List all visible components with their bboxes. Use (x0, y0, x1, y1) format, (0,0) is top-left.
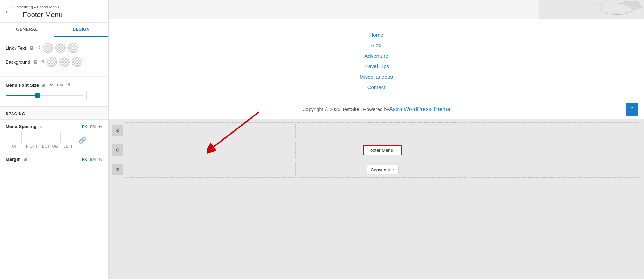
font-size-label-row: Menu Font Size 🖥 PX EM ↺ (6, 82, 103, 88)
background-reset-button[interactable]: ↺ (40, 59, 44, 65)
spacing-top-box: TOP (6, 132, 22, 148)
scroll-to-top-button[interactable]: ⌃ (626, 103, 638, 116)
menu-item-adventure[interactable]: Adventure (364, 51, 388, 61)
link-text-label: Link / Text (6, 45, 26, 51)
menu-item-travel-tips[interactable]: Travel Tips (363, 61, 389, 72)
margin-px-button[interactable]: PX (81, 157, 88, 162)
copyright-widget[interactable]: Copyright × (367, 165, 399, 174)
spacing-bottom-input[interactable] (42, 132, 58, 143)
builder-row3-cell-1[interactable] (125, 162, 296, 178)
builder-row1-cell-2[interactable] (297, 122, 468, 138)
spacing-title: SPACING (0, 106, 108, 120)
builder-row-3: ⚙ Copyright × (112, 160, 640, 179)
map-background (539, 0, 644, 19)
spacing-right-box: RIGHT (24, 132, 40, 148)
panel-content: Link / Text 🖥 ↺ Background 🖥 ↺ Menu Font… (0, 37, 108, 279)
tab-general[interactable]: GENERAL (0, 23, 54, 37)
menu-spacing-percent-button[interactable]: % (98, 124, 103, 129)
builder-row2-gear-button[interactable]: ⚙ (112, 144, 123, 156)
background-monitor-icon: 🖥 (33, 59, 38, 65)
link-text-section: Link / Text 🖥 ↺ Background 🖥 ↺ (0, 37, 108, 77)
background-color-swatch-2[interactable] (59, 57, 70, 67)
spacing-left-input[interactable] (60, 132, 76, 143)
menu-item-home[interactable]: Home (369, 30, 383, 40)
margin-em-button[interactable]: EM (89, 157, 97, 162)
spacing-left-label: LEFT (64, 144, 73, 148)
menu-spacing-px-button[interactable]: PX (81, 124, 88, 129)
spacing-section: SPACING Menu Spacing 🖥 PX EM % TOP (0, 106, 108, 165)
menu-item-blog[interactable]: Blog (371, 40, 381, 51)
builder-row3-cell-2[interactable]: Copyright × (297, 162, 468, 178)
footer-astra-link[interactable]: Astra WordPress Theme (389, 106, 450, 113)
menu-spacing-inputs: TOP RIGHT BOTTOM LEFT 🔗 (0, 132, 108, 152)
customizer-panel: ‹ Customizing ▸ Footer Menu Footer Menu … (0, 0, 109, 279)
builder-row2-cell-3[interactable] (470, 142, 640, 158)
panel-header: ‹ Customizing ▸ Footer Menu Footer Menu (0, 0, 108, 23)
font-size-monitor-icon: 🖥 (41, 83, 46, 88)
link-spacing-icon[interactable]: 🔗 (78, 136, 86, 144)
footer-menu-widget[interactable]: Footer Menu × (363, 145, 402, 155)
menu-spacing-em-button[interactable]: EM (89, 124, 97, 129)
spacing-right-input[interactable] (24, 132, 40, 143)
preview-menu-section: Home Blog Adventure Travel Tips Miscella… (109, 19, 644, 100)
builder-row1-cell-1[interactable] (125, 122, 296, 138)
preview-footer: Copyright © 2023 TestSite | Powered by A… (109, 100, 644, 119)
builder-row2-cell-2[interactable]: Footer Menu × (297, 142, 468, 158)
link-text-color-swatch-2[interactable] (55, 43, 66, 53)
tab-design[interactable]: DESIGN (54, 23, 109, 37)
spacing-top-input[interactable] (6, 132, 22, 143)
back-button[interactable]: ‹ (6, 9, 10, 15)
copyright-widget-label: Copyright (371, 167, 390, 172)
menu-spacing-monitor-icon: 🖥 (39, 124, 43, 129)
link-text-monitor-icon: 🖥 (29, 45, 34, 51)
spacing-bottom-box: BOTTOM (42, 132, 58, 148)
font-size-section: Menu Font Size 🖥 PX EM ↺ (0, 77, 108, 106)
margin-label: Margin (6, 157, 21, 162)
background-color-row: Background 🖥 ↺ (6, 57, 103, 67)
footer-menu-widget-label: Footer Menu (367, 148, 393, 153)
builder-row2-cell-1[interactable] (125, 142, 296, 158)
margin-label-row: Margin 🖥 PX EM % (0, 152, 108, 165)
builder-row1-gear-button[interactable]: ⚙ (112, 125, 123, 136)
builder-row-1: ⚙ (112, 121, 640, 140)
spacing-bottom-label: BOTTOM (42, 144, 58, 148)
menu-item-miscellaneous[interactable]: Miscellaneous (360, 72, 393, 82)
panel-title: Footer Menu (12, 11, 62, 19)
em-unit-button[interactable]: EM (56, 83, 64, 87)
footer-copyright-text: Copyright © 2023 TestSite | Powered by (302, 107, 389, 112)
px-unit-button[interactable]: PX (48, 83, 54, 87)
link-text-color-row: Link / Text 🖥 ↺ (6, 43, 103, 53)
menu-spacing-label: Menu Spacing (6, 124, 36, 129)
background-color-swatch-3[interactable] (72, 57, 82, 67)
link-text-color-swatch-3[interactable] (68, 43, 78, 53)
margin-percent-button[interactable]: % (98, 157, 103, 162)
spacing-left-box: LEFT (60, 132, 76, 148)
font-size-slider-container (6, 91, 103, 100)
panel-tabs: GENERAL DESIGN (0, 23, 108, 37)
builder-row-2: ⚙ Footer Menu × (112, 141, 640, 159)
breadcrumb: Customizing ▸ Footer Menu (12, 5, 62, 9)
spacing-right-label: RIGHT (26, 144, 38, 148)
font-size-label: Menu Font Size (6, 83, 39, 88)
margin-monitor-icon: 🖥 (23, 157, 27, 162)
font-size-slider[interactable] (6, 95, 83, 96)
background-label: Background (6, 59, 30, 65)
background-color-swatch-1[interactable] (47, 57, 57, 67)
builder-row3-cell-3[interactable] (470, 162, 640, 178)
link-text-reset-button[interactable]: ↺ (36, 45, 41, 51)
preview-top-bar (109, 0, 644, 19)
link-text-color-swatch-1[interactable] (43, 43, 53, 53)
builder-row1-cell-3[interactable] (470, 122, 640, 138)
preview-area: Home Blog Adventure Travel Tips Miscella… (109, 0, 644, 279)
font-size-reset-button[interactable]: ↺ (66, 82, 70, 88)
copyright-widget-close[interactable]: × (392, 167, 395, 172)
font-size-input[interactable] (86, 91, 102, 100)
builder-area: ⚙ ⚙ Footer Menu × ⚙ Copyright (109, 119, 644, 279)
menu-spacing-label-row: Menu Spacing 🖥 PX EM % (0, 120, 108, 132)
spacing-top-label: TOP (10, 144, 18, 148)
menu-item-contact[interactable]: Contact (367, 82, 386, 93)
footer-menu-widget-close[interactable]: × (395, 148, 398, 152)
builder-row3-gear-button[interactable]: ⚙ (112, 164, 123, 175)
